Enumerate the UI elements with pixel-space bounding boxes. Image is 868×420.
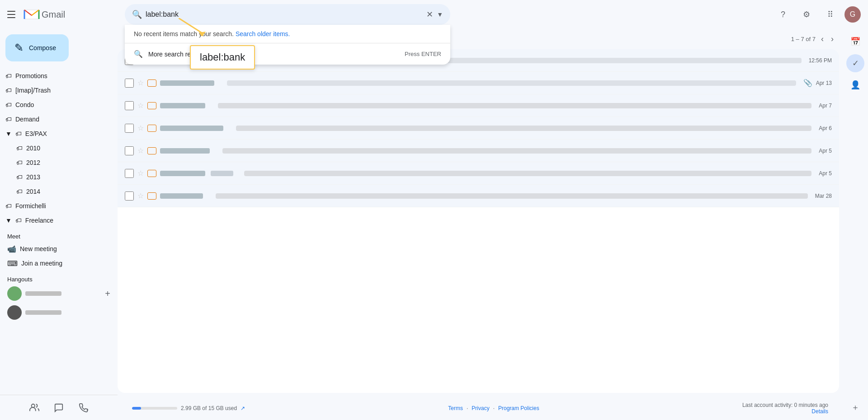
gmail-logo: Gmail	[24, 8, 65, 21]
star-icon[interactable]: ☆	[137, 191, 144, 200]
details-link[interactable]: Details	[811, 408, 828, 415]
table-row[interactable]: ☆ Apr 5	[118, 162, 839, 185]
svg-line-0	[179, 18, 203, 34]
main-layout: ✎ Compose 🏷 Promotions 🏷 [Imap]/Trash 🏷 …	[0, 29, 868, 420]
privacy-link[interactable]: Privacy	[472, 405, 489, 411]
manage-storage-link[interactable]: ↗	[241, 405, 245, 411]
next-page-button[interactable]: ›	[829, 33, 835, 46]
help-button[interactable]: ?	[774, 5, 792, 23]
star-icon[interactable]: ☆	[137, 79, 144, 87]
sidebar-item-condo[interactable]: 🏷 Condo	[0, 98, 114, 112]
bottom-tab-people[interactable]	[29, 403, 39, 413]
expand-icon[interactable]: ＋	[846, 398, 864, 416]
star-icon[interactable]: ☆	[137, 124, 144, 132]
table-row[interactable]: ☆ 📎 Apr 13	[118, 72, 839, 94]
search-expand-button[interactable]: ▼	[437, 11, 443, 18]
hangouts-section-label: Hangouts	[0, 271, 118, 285]
sidebar-item-formichelli[interactable]: 🏷 Formichelli	[0, 199, 114, 213]
settings-button[interactable]: ⚙	[797, 5, 816, 23]
sidebar-item-imap-trash[interactable]: 🏷 [Imap]/Trash	[0, 83, 114, 98]
avatar[interactable]: G	[844, 6, 861, 23]
apps-button[interactable]: ⠿	[821, 5, 839, 23]
svg-point-2	[32, 404, 35, 407]
compose-button[interactable]: ✎ Compose	[5, 34, 69, 61]
sidebar-item-e3pax[interactable]: ▼ 🏷 E3/PAX	[0, 126, 114, 141]
search-press-enter: Press ENTER	[405, 51, 441, 57]
compose-label: Compose	[29, 44, 56, 51]
tooltip-arrow-icon	[179, 18, 206, 36]
email-checkbox[interactable]	[125, 101, 134, 110]
email-checkbox[interactable]	[125, 79, 134, 88]
email-checkbox[interactable]	[125, 191, 134, 201]
bottom-tab-phone[interactable]	[78, 403, 88, 413]
email-checkbox[interactable]	[125, 124, 134, 133]
email-label-tag	[147, 102, 156, 109]
email-content-blurred	[218, 103, 811, 108]
prev-page-button[interactable]: ‹	[819, 33, 826, 46]
list-footer: 2.99 GB of 15 GB used ↗ Terms · Privacy …	[118, 397, 843, 420]
email-checkbox[interactable]	[125, 146, 134, 155]
topbar-left: Gmail	[7, 8, 125, 21]
terms-link[interactable]: Terms	[448, 405, 463, 411]
email-label-tag	[147, 79, 156, 87]
search-icon[interactable]: 🔍	[132, 9, 142, 19]
email-date: Apr 5	[819, 148, 832, 154]
storage-bar-fill	[132, 407, 141, 410]
email-content-blurred	[227, 80, 796, 86]
search-more-results-item[interactable]: 🔍 More search results for "label:bank" P…	[125, 43, 450, 65]
sidebar-item-2014[interactable]: 🏷 2014	[11, 184, 114, 199]
add-hangout-button[interactable]: +	[105, 289, 110, 299]
email-list: ☆ 12:56 PM ☆ 📎 Apr 13 ☆	[118, 49, 839, 393]
new-meeting-button[interactable]: 📹 New meeting	[0, 242, 114, 256]
search-container: 🔍 label:bank ✕ ▼ No recent items match y…	[125, 4, 450, 25]
search-older-link[interactable]: Search older items.	[236, 30, 290, 37]
join-meeting-button[interactable]: ⌨ Join a meeting	[0, 256, 114, 271]
promotions-label: Promotions	[15, 72, 47, 79]
search-input[interactable]: label:bank	[146, 10, 423, 19]
email-date: Apr 6	[819, 125, 832, 131]
email-checkbox[interactable]	[125, 169, 134, 178]
email-content-blurred	[222, 148, 811, 154]
search-clear-button[interactable]: ✕	[426, 9, 433, 19]
hangout-person-1[interactable]	[7, 304, 110, 321]
right-panel-tasks-button[interactable]: ✓	[846, 54, 864, 72]
star-icon[interactable]: ☆	[137, 169, 144, 177]
hamburger-menu-button[interactable]	[7, 9, 18, 20]
tag-icon: 🏷	[5, 72, 12, 79]
table-row[interactable]: ☆ Apr 6	[118, 117, 839, 140]
video-icon: 📹	[7, 245, 16, 253]
tag-icon: 🏷	[15, 217, 22, 224]
bottom-tab-chat[interactable]	[54, 403, 64, 413]
star-icon[interactable]: ☆	[137, 101, 144, 110]
hangout-contact-1[interactable]: +	[0, 285, 118, 303]
right-panel-expand-button[interactable]: ＋	[846, 398, 864, 416]
sidebar-item-2010[interactable]: 🏷 2010	[11, 141, 114, 155]
sidebar-item-2012[interactable]: 🏷 2012	[11, 155, 114, 170]
tag-icon: 🏷	[5, 202, 12, 210]
storage-bar	[132, 407, 177, 410]
email-label-tag	[147, 192, 156, 200]
attachment-icon: 📎	[803, 79, 812, 87]
star-icon[interactable]: ☆	[137, 146, 144, 155]
tag-icon: 🏷	[15, 130, 22, 137]
email-label-tag	[147, 170, 156, 177]
sidebar-item-promotions[interactable]: 🏷 Promotions	[0, 69, 114, 83]
tag-icon: 🏷	[5, 116, 12, 123]
table-row[interactable]: ☆ Apr 5	[118, 140, 839, 162]
email-sender-blurred	[160, 148, 210, 154]
email-content-blurred	[216, 193, 808, 199]
program-policies-link[interactable]: Program Policies	[498, 405, 539, 411]
right-panel-calendar-button[interactable]: 📅	[846, 33, 864, 51]
chat-icon	[54, 403, 64, 413]
sidebar-item-freelance[interactable]: ▼ 🏷 Freelance	[0, 213, 114, 228]
table-row[interactable]: ☆ Apr 7	[118, 94, 839, 117]
meet-section-label: Meet	[0, 228, 118, 242]
join-meeting-label: Join a meeting	[21, 260, 62, 267]
email-tag-blurred	[211, 171, 233, 176]
sidebar-item-demand[interactable]: 🏷 Demand	[0, 112, 114, 126]
table-row[interactable]: ☆ Mar 28	[118, 185, 839, 207]
right-panel-contacts-button[interactable]: 👤	[846, 76, 864, 94]
email-content-blurred	[236, 126, 811, 131]
sidebar-item-2013[interactable]: 🏷 2013	[11, 170, 114, 184]
e3pax-children: 🏷 2010 🏷 2012 🏷 2013 🏷 2014	[0, 141, 118, 199]
